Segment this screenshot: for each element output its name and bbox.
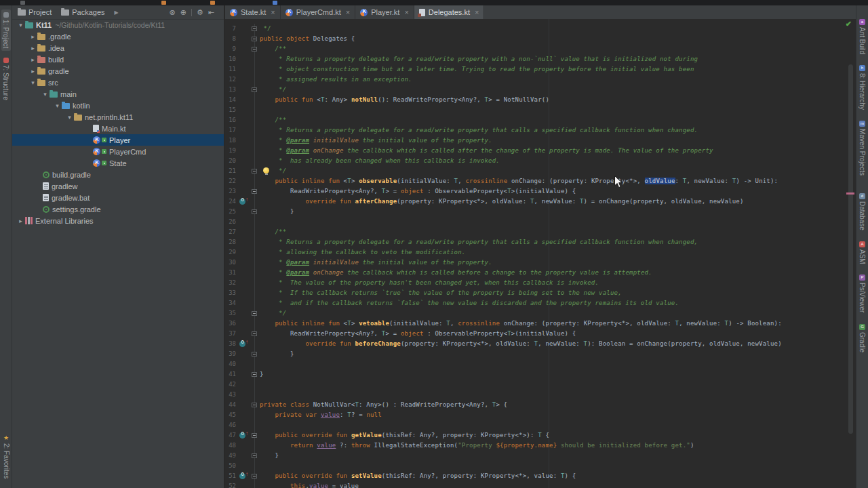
- fold-marker-icon[interactable]: [252, 26, 257, 31]
- code-line-46[interactable]: 46: [225, 420, 856, 430]
- fold-marker-icon[interactable]: [252, 352, 257, 357]
- code-line-47[interactable]: 47 public override fun getValue(thisRef:…: [225, 430, 856, 441]
- code-line-15[interactable]: 15: [225, 105, 856, 115]
- tool-bar-item-psiviewer[interactable]: PPsiViewer: [858, 274, 867, 312]
- close-tab-icon[interactable]: ×: [346, 8, 350, 16]
- code-line-16[interactable]: 16 /**: [225, 115, 856, 125]
- code-line-52[interactable]: 52 this.value = value: [225, 481, 856, 488]
- overriding-method-icon[interactable]: [239, 199, 245, 205]
- code-line-10[interactable]: 10 * Returns a property delegate for a r…: [225, 54, 856, 64]
- code-line-20[interactable]: 20 * has already been changed when this …: [225, 156, 856, 166]
- code-line-11[interactable]: 11 * object construction time but at a l…: [225, 64, 856, 75]
- code-line-45[interactable]: 45 private var value: T? = null: [225, 410, 856, 420]
- tool-bar-item-asm[interactable]: AASM: [858, 241, 867, 264]
- tree-expand-arrow[interactable]: ▾: [65, 114, 74, 121]
- editor-tab-delegates-kt[interactable]: Delegates.kt×: [414, 5, 485, 19]
- tree-expand-arrow[interactable]: ▾: [16, 22, 25, 28]
- editor-tab-state-kt[interactable]: State.kt×: [225, 5, 281, 19]
- code-line-50[interactable]: 50: [225, 461, 856, 471]
- tree-expand-arrow[interactable]: ▾: [41, 91, 50, 98]
- code-editor[interactable]: 7 */8public object Delegates {9 /**10 * …: [225, 19, 856, 488]
- tree-row--idea[interactable]: ▸.idea: [12, 42, 224, 54]
- code-line-31[interactable]: 31 * @param onChange the callback which …: [225, 268, 856, 278]
- tree-row-build[interactable]: ▸build: [12, 54, 224, 65]
- code-line-12[interactable]: 12 * assigned results in an exception.: [225, 75, 856, 85]
- fold-marker-icon[interactable]: [252, 37, 257, 41]
- code-line-42[interactable]: 42: [225, 380, 856, 390]
- tree-row-net-println-kt11[interactable]: ▾net.println.kt11: [12, 111, 224, 123]
- fold-marker-icon[interactable]: [252, 311, 257, 316]
- tree-row-gradle[interactable]: ▸gradle: [12, 65, 224, 77]
- code-line-30[interactable]: 30 * @param initialValue the initial val…: [225, 258, 856, 268]
- code-line-43[interactable]: 43: [225, 390, 856, 400]
- fold-marker-icon[interactable]: [252, 169, 257, 174]
- code-line-23[interactable]: 23 ReadWriteProperty<Any?, T> = object :…: [225, 186, 856, 197]
- code-line-18[interactable]: 18 * @param initialValue the initial val…: [225, 136, 856, 146]
- tree-expand-arrow[interactable]: ▾: [53, 102, 62, 109]
- code-line-33[interactable]: 33 * If the callback returns `true` the …: [225, 288, 856, 298]
- overriding-method-icon[interactable]: [239, 341, 245, 347]
- editor-tab-playercmd-kt[interactable]: PlayerCmd.kt×: [281, 5, 355, 19]
- fold-marker-icon[interactable]: [252, 331, 257, 336]
- tree-row-settings-gradle[interactable]: settings.gradle: [12, 203, 224, 215]
- code-line-13[interactable]: 13 */: [225, 85, 856, 95]
- code-line-36[interactable]: 36 public inline fun <T> vetoable(initia…: [225, 319, 856, 329]
- tree-row-external-libraries[interactable]: ▸External Libraries: [12, 215, 224, 226]
- inspection-ok-icon[interactable]: ✔: [846, 20, 852, 28]
- overriding-method-icon[interactable]: [239, 432, 245, 439]
- code-line-7[interactable]: 7 */: [225, 24, 856, 34]
- code-line-21[interactable]: 21 */: [225, 166, 856, 176]
- tree-expand-arrow[interactable]: ▸: [28, 56, 37, 63]
- code-line-51[interactable]: 51 public override fun setValue(thisRef:…: [225, 471, 856, 481]
- fold-marker-icon[interactable]: [252, 474, 257, 479]
- tree-row-playercmd[interactable]: PlayerCmd: [12, 146, 224, 157]
- code-line-19[interactable]: 19 * @param onChange the callback which …: [225, 146, 856, 156]
- code-line-29[interactable]: 29 * allowing the callback to veto the m…: [225, 247, 856, 258]
- code-line-37[interactable]: 37 ReadWriteProperty<Any?, T> = object :…: [225, 329, 856, 339]
- tree-expand-arrow[interactable]: ▸: [28, 68, 37, 75]
- tool-bar-item-gradle[interactable]: GGradle: [858, 324, 867, 352]
- tool-bar-item-database[interactable]: dDatabase: [858, 193, 867, 230]
- fold-marker-icon[interactable]: [252, 209, 257, 214]
- tree-row-kotlin[interactable]: ▾kotlin: [12, 100, 224, 111]
- close-tab-icon[interactable]: ×: [271, 8, 275, 16]
- code-line-38[interactable]: 38 override fun beforeChange(property: K…: [225, 339, 856, 349]
- fold-marker-icon[interactable]: [252, 453, 257, 458]
- tree-expand-arrow[interactable]: ▸: [16, 218, 25, 224]
- tree-row-state[interactable]: State: [12, 157, 224, 169]
- tree-row-main-kt[interactable]: Main.kt: [12, 123, 224, 134]
- editor-tab-player-kt[interactable]: Player.kt×: [355, 5, 414, 19]
- code-line-28[interactable]: 28 * Returns a property delegate for a r…: [225, 237, 856, 247]
- code-line-44[interactable]: 44private class NotNullVar<T: Any>() : R…: [225, 400, 856, 410]
- fold-marker-icon[interactable]: [252, 372, 257, 377]
- tool-bar-item-ant-build[interactable]: aAnt Build: [858, 19, 867, 54]
- tree-row--gradle[interactable]: ▸.gradle: [12, 30, 224, 42]
- fold-marker-icon[interactable]: [252, 189, 257, 194]
- code-line-35[interactable]: 35 */: [225, 308, 856, 319]
- tool-bar-item-7-structure[interactable]: 7: Structure: [1, 55, 11, 103]
- settings-icon[interactable]: ⚙: [197, 8, 203, 17]
- code-line-49[interactable]: 49 }: [225, 451, 856, 461]
- project-view-tab-packages[interactable]: Packages: [61, 8, 104, 16]
- intention-bulb-icon[interactable]: [263, 167, 269, 174]
- tool-bar-item-8-hierarchy[interactable]: h8: Hierarchy: [858, 65, 867, 110]
- fold-marker-icon[interactable]: [252, 87, 257, 92]
- project-view-tab-project[interactable]: Project: [18, 8, 52, 16]
- tool-bar-item-1-project[interactable]: 1: Project: [1, 9, 11, 51]
- tree-row-gradlew-bat[interactable]: gradlew.bat: [12, 192, 224, 203]
- code-line-40[interactable]: 40: [225, 359, 856, 369]
- code-line-32[interactable]: 32 * The value of the property hasn't be…: [225, 278, 856, 288]
- code-line-48[interactable]: 48 return value ?: throw IllegalStateExc…: [225, 441, 856, 451]
- tool-bar-item-maven-projects[interactable]: mMaven Projects: [858, 121, 867, 176]
- tree-row-kt11[interactable]: ▾Kt11~/Github/Kotlin-Tutorials/code/Kt11: [12, 19, 224, 30]
- overriding-method-icon[interactable]: [239, 473, 245, 479]
- tree-expand-arrow[interactable]: ▸: [28, 33, 37, 40]
- close-tab-icon[interactable]: ×: [404, 8, 408, 16]
- code-line-17[interactable]: 17 * Returns a property delegate for a r…: [225, 125, 856, 136]
- tree-row-gradlew[interactable]: gradlew: [12, 180, 224, 192]
- scroll-tabs-icon[interactable]: ▶: [115, 9, 119, 16]
- code-line-22[interactable]: 22 public inline fun <T> observable(init…: [225, 176, 856, 186]
- tree-expand-arrow[interactable]: ▸: [28, 45, 37, 52]
- code-line-41[interactable]: 41}: [225, 369, 856, 380]
- code-line-39[interactable]: 39 }: [225, 349, 856, 359]
